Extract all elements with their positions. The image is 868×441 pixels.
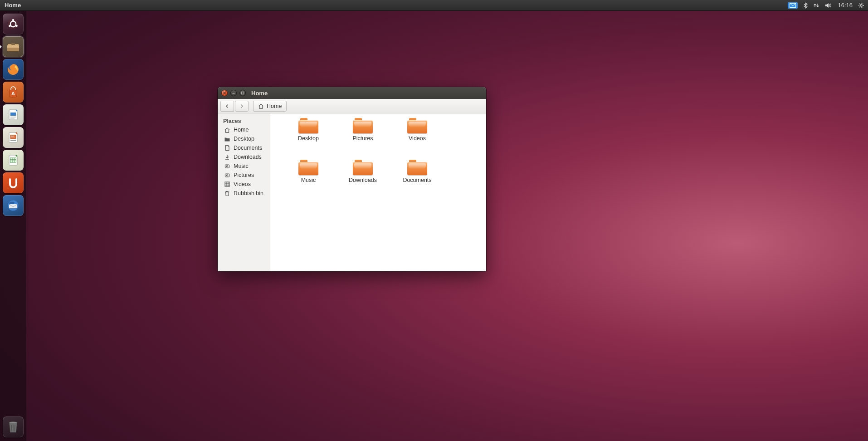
launcher-writer[interactable] <box>3 104 24 125</box>
launcher-ubuntu-one[interactable] <box>3 172 24 193</box>
launcher-software-center[interactable]: A <box>3 82 24 103</box>
home-icon <box>258 103 264 109</box>
sidebar-item-documents[interactable]: Documents <box>218 143 270 152</box>
window-close-button[interactable] <box>221 90 228 96</box>
launcher-thunderbird[interactable] <box>3 195 24 216</box>
svg-point-14 <box>9 25 11 27</box>
folder-icon <box>407 118 427 133</box>
gear-icon <box>858 2 864 9</box>
launcher-files[interactable] <box>3 36 24 57</box>
svg-rect-47 <box>225 182 229 186</box>
folder-item[interactable]: Downloads <box>336 160 390 201</box>
folder-icon <box>407 160 427 175</box>
bluetooth-indicator[interactable] <box>803 2 808 9</box>
nautilus-window: Home Home Places Home Desktop D <box>218 87 486 271</box>
documents-icon <box>224 145 230 151</box>
svg-point-13 <box>15 25 18 27</box>
folder-label: Documents <box>403 177 431 183</box>
calc-doc-icon <box>7 154 19 167</box>
folder-item[interactable]: Documents <box>390 160 444 201</box>
unity-launcher: A <box>0 11 26 441</box>
thunderbird-icon <box>6 199 20 212</box>
sidebar-item-label: Music <box>234 163 249 169</box>
window-minimize-button[interactable] <box>230 90 237 96</box>
svg-point-12 <box>12 19 15 21</box>
network-indicator[interactable] <box>813 2 819 9</box>
chevron-left-icon <box>225 104 229 108</box>
svg-rect-22 <box>10 113 16 116</box>
folder-item[interactable]: Music <box>281 160 336 201</box>
window-titlebar[interactable]: Home <box>218 87 486 99</box>
launcher-dash[interactable] <box>3 14 24 34</box>
sidebar-item-music[interactable]: Music <box>218 162 270 171</box>
firefox-icon <box>6 63 20 76</box>
home-icon <box>224 127 230 133</box>
sidebar-item-label: Videos <box>234 181 251 187</box>
svg-point-1 <box>860 5 862 6</box>
sidebar-item-videos[interactable]: Videos <box>218 180 270 189</box>
svg-rect-42 <box>242 92 244 94</box>
nav-forward-button[interactable] <box>235 101 249 112</box>
folder-item[interactable]: Pictures <box>336 118 390 160</box>
videos-icon <box>224 181 230 187</box>
impress-doc-icon <box>7 131 19 144</box>
trash-icon <box>7 420 19 434</box>
writer-doc-icon <box>7 108 19 121</box>
svg-rect-27 <box>11 136 14 136</box>
svg-line-6 <box>859 3 860 4</box>
folder-label: Downloads <box>349 177 377 183</box>
sidebar-item-downloads[interactable]: Downloads <box>218 152 270 162</box>
messaging-indicator[interactable] <box>788 2 798 9</box>
sidebar-item-pictures[interactable]: Pictures <box>218 171 270 180</box>
svg-rect-45 <box>225 174 229 177</box>
folder-icon <box>298 160 318 175</box>
folder-label: Pictures <box>352 135 373 142</box>
sidebar-item-trash[interactable]: Rubbish bin <box>218 189 270 198</box>
network-updown-icon <box>813 2 819 9</box>
launcher-trash[interactable] <box>3 416 24 437</box>
sound-indicator[interactable] <box>825 3 832 8</box>
folder-label: Videos <box>409 135 426 142</box>
sidebar-item-label: Documents <box>234 145 262 151</box>
downloads-icon <box>224 154 230 160</box>
shopping-bag-icon: A <box>7 86 19 98</box>
sidebar-heading: Places <box>218 116 270 125</box>
bluetooth-icon <box>803 2 808 9</box>
folder-item[interactable]: Desktop <box>281 118 336 160</box>
toolbar: Home <box>218 99 486 113</box>
system-menubar: Home 16:16 <box>0 0 868 11</box>
close-icon <box>223 91 226 95</box>
desktop-folder-icon <box>224 136 230 142</box>
folder-label: Music <box>301 177 316 183</box>
pictures-icon <box>224 172 230 178</box>
sidebar-item-label: Desktop <box>234 136 254 142</box>
window-maximize-button[interactable] <box>239 90 246 96</box>
clock-indicator[interactable]: 16:16 <box>838 2 853 9</box>
window-title: Home <box>251 90 268 97</box>
ubuntu-logo-icon <box>7 18 20 30</box>
volume-icon <box>825 3 832 8</box>
launcher-firefox[interactable] <box>3 59 24 80</box>
minimize-icon <box>232 91 235 95</box>
folder-icon <box>353 118 373 133</box>
folder-icon <box>353 160 373 175</box>
svg-line-8 <box>859 6 860 7</box>
trash-icon <box>224 190 230 196</box>
icon-view[interactable]: Desktop Pictures Videos Music Downloads … <box>270 113 486 271</box>
nav-back-button[interactable] <box>220 101 234 112</box>
folder-item[interactable]: Videos <box>390 118 444 160</box>
sidebar-item-home[interactable]: Home <box>218 125 270 134</box>
active-app-label[interactable]: Home <box>5 2 21 9</box>
folder-label: Desktop <box>298 135 319 142</box>
session-indicator[interactable] <box>858 2 864 9</box>
sidebar-item-desktop[interactable]: Desktop <box>218 134 270 143</box>
launcher-calc[interactable] <box>3 150 24 171</box>
svg-line-7 <box>863 6 863 7</box>
music-icon <box>224 163 230 169</box>
svg-point-46 <box>226 174 228 176</box>
breadcrumb-home[interactable]: Home <box>253 101 287 112</box>
sidebar-item-label: Pictures <box>234 172 254 178</box>
launcher-impress[interactable] <box>3 127 24 148</box>
file-manager-icon <box>6 41 20 53</box>
svg-line-9 <box>863 3 863 4</box>
